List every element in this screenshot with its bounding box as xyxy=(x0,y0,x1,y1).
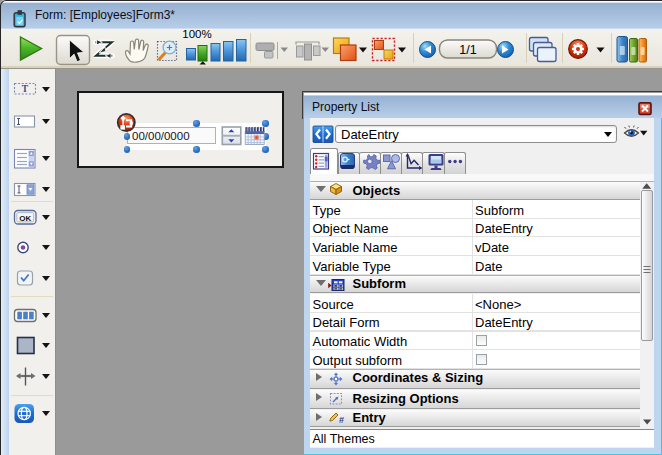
svg-text:#: # xyxy=(339,415,344,425)
svg-text:OK: OK xyxy=(19,214,31,223)
svg-text:100%: 100% xyxy=(182,28,211,40)
svg-text:T: T xyxy=(22,84,29,94)
svg-text:1/1: 1/1 xyxy=(459,43,476,57)
